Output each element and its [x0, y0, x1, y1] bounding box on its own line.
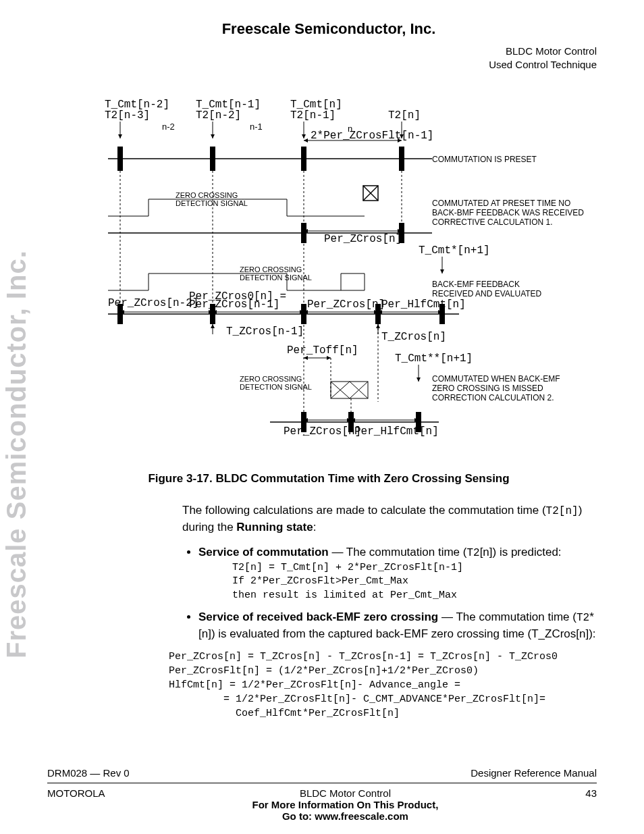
figure-diagram: T_Cmt[n-2] T_Cmt[n-1] T_Cmt[n] T2[n-3] T… — [81, 98, 597, 459]
svg-text:n-1: n-1 — [250, 122, 263, 132]
svg-rect-40 — [301, 223, 306, 243]
svg-text:RECEIVED AND EVALUATED: RECEIVED AND EVALUATED — [432, 289, 542, 298]
header-section-2: Used Control Technique — [489, 59, 597, 70]
svg-text:T2[n-2]: T2[n-2] — [196, 109, 241, 122]
svg-text:T_ZCros[n-1]: T_ZCros[n-1] — [226, 325, 304, 338]
svg-rect-61 — [301, 304, 306, 324]
svg-text:BACK-BMF FEEDBACK WAS RECEIVED: BACK-BMF FEEDBACK WAS RECEIVED — [432, 208, 584, 217]
svg-text:DETECTION SIGNAL: DETECTION SIGNAL — [176, 199, 248, 207]
svg-text:Per_ZCros[n]: Per_ZCros[n] — [307, 298, 385, 311]
svg-text:COMMUTATED WHEN BACK-EMF: COMMUTATED WHEN BACK-EMF — [432, 374, 560, 384]
svg-text:T2[n-3]: T2[n-3] — [105, 109, 150, 122]
svg-rect-18 — [210, 147, 215, 171]
svg-text:Per_ZCros[n-1]: Per_ZCros[n-1] — [189, 298, 279, 311]
svg-text:BACK-EMF FEEDBACK: BACK-EMF FEEDBACK — [432, 280, 520, 289]
svg-text:T2[n-1]: T2[n-1] — [290, 109, 336, 122]
footer-brand: MOTOROLA — [47, 787, 105, 822]
svg-text:Per_ZCros[n]: Per_ZCros[n] — [324, 233, 402, 245]
svg-text:ZERO CROSSING IS MISSED: ZERO CROSSING IS MISSED — [432, 384, 543, 393]
svg-text:COMMUTATED AT PRESET TIME NO: COMMUTATED AT PRESET TIME NO — [432, 199, 570, 208]
header-section-1: BLDC Motor Control — [506, 45, 597, 57]
svg-text:T2[n]: T2[n] — [388, 109, 421, 122]
svg-text:DETECTION SIGNAL: DETECTION SIGNAL — [240, 383, 312, 391]
svg-rect-83 — [331, 382, 368, 398]
svg-text:T_Cmt**[n+1]: T_Cmt**[n+1] — [395, 353, 473, 365]
svg-rect-19 — [301, 147, 306, 171]
svg-rect-20 — [399, 147, 404, 171]
svg-text:n-2: n-2 — [162, 122, 175, 132]
footer-doc-id: DRM028 — Rev 0 — [47, 767, 130, 779]
footer-title: BLDC Motor Control — [300, 787, 391, 799]
code-block-1: T2[n] = T_Cmt[n] + 2*Per_ZCrosFlt[n-1] I… — [232, 561, 597, 602]
footer-page: 43 — [585, 787, 597, 822]
svg-text:COMMUTATION IS PRESET: COMMUTATION IS PRESET — [432, 155, 537, 164]
svg-text:Per_HlfCmt[n]: Per_HlfCmt[n] — [354, 425, 439, 438]
svg-text:2*Per_ZCrosFlt[n-1]: 2*Per_ZCrosFlt[n-1] — [311, 130, 433, 142]
page-footer: DRM028 — Rev 0 Designer Reference Manual… — [47, 767, 597, 822]
svg-text:T_ZCros[n]: T_ZCros[n] — [381, 331, 446, 343]
figure-caption: Figure 3-17. BLDC Commutation Time with … — [61, 472, 597, 486]
code-block-2: Per_ZCros[n] = T_ZCros[n] - T_ZCros[n-1]… — [169, 650, 597, 721]
footer-manual: Designer Reference Manual — [471, 767, 597, 779]
side-watermark: Freescale Semiconductor, Inc. — [1, 250, 32, 658]
footer-info-1: For More Information On This Product, — [252, 799, 439, 810]
bullet-2: Service of received back-EMF zero crossi… — [198, 609, 597, 643]
svg-text:Per_HlfCmt[n]: Per_HlfCmt[n] — [381, 298, 466, 311]
intro-paragraph: The following calculations are made to c… — [182, 502, 597, 536]
svg-rect-17 — [117, 147, 123, 171]
svg-text:CORRECTIVE CALCULATION 1.: CORRECTIVE CALCULATION 1. — [432, 217, 552, 227]
footer-info-2: Go to: www.freescale.com — [282, 810, 408, 822]
svg-text:Per_ZCros[n]: Per_ZCros[n] — [284, 425, 361, 438]
page-header-company: Freescale Semiconductor, Inc. — [61, 20, 597, 38]
svg-text:ZERO CROSSING: ZERO CROSSING — [240, 265, 302, 273]
svg-text:T_Cmt*[n+1]: T_Cmt*[n+1] — [419, 244, 490, 257]
svg-text:ZERO CROSSING: ZERO CROSSING — [240, 375, 302, 383]
svg-text:CORRECTION CALCULATION 2.: CORRECTION CALCULATION 2. — [432, 393, 554, 402]
svg-text:Per_ZCros[n-2]: Per_ZCros[n-2] — [108, 297, 198, 309]
svg-text:DETECTION SIGNAL: DETECTION SIGNAL — [240, 273, 312, 282]
svg-text:ZERO CROSSING: ZERO CROSSING — [176, 191, 238, 199]
bullet-1: Service of commutation — The commutation… — [198, 544, 597, 602]
svg-text:Per_Toff[n]: Per_Toff[n] — [287, 344, 358, 357]
